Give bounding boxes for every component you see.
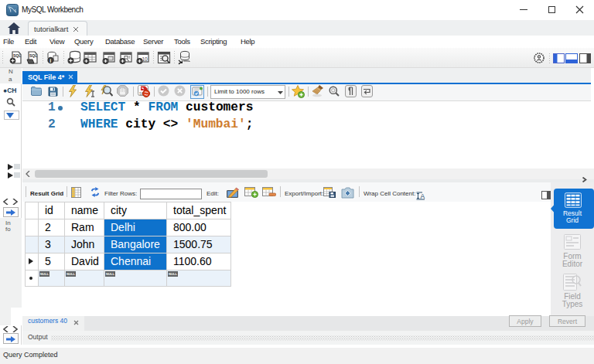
- svg-text:i: i: [50, 58, 51, 63]
- svg-text:SQL: SQL: [29, 53, 37, 58]
- svg-text:A: A: [421, 192, 425, 200]
- svg-text:SQL: SQL: [13, 53, 21, 58]
- svg-text:10: 10: [142, 56, 148, 62]
